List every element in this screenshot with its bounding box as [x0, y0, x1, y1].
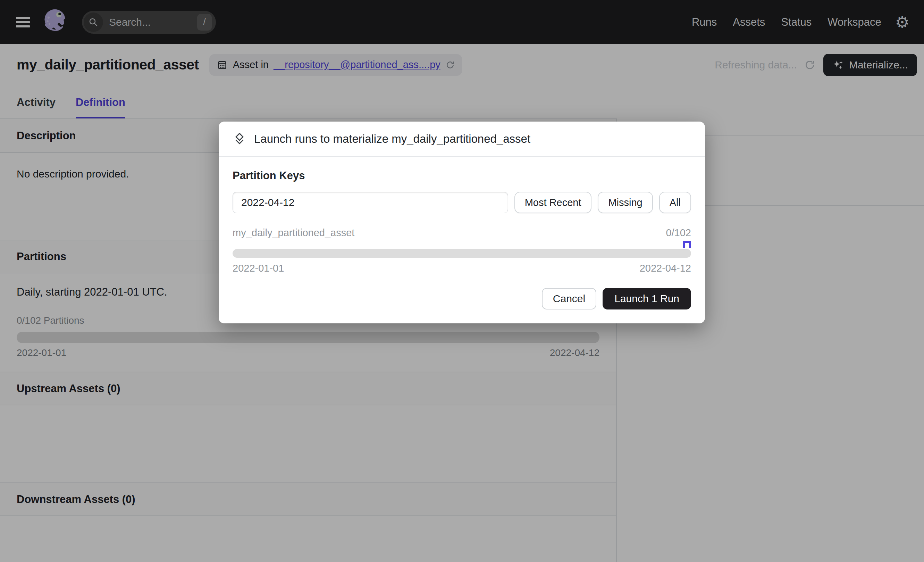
modal-partition-count: 0/102 [666, 227, 691, 239]
modal-footer: Cancel Launch 1 Run [219, 274, 705, 323]
cancel-button[interactable]: Cancel [542, 288, 596, 310]
modal-range-end: 2022-04-12 [640, 263, 691, 274]
materialize-layers-icon [232, 132, 246, 146]
most-recent-button[interactable]: Most Recent [514, 192, 592, 213]
all-button[interactable]: All [659, 192, 691, 213]
modal-asset-name: my_daily_partitioned_asset [232, 227, 354, 239]
modal-range-start: 2022-01-01 [232, 263, 284, 274]
modal-title: Launch runs to materialize my_daily_part… [254, 132, 530, 146]
selected-partition-marker [683, 241, 691, 248]
launch-run-button[interactable]: Launch 1 Run [603, 288, 691, 310]
modal-header: Launch runs to materialize my_daily_part… [219, 122, 705, 157]
modal-partition-bar[interactable] [232, 249, 691, 258]
missing-button[interactable]: Missing [598, 192, 652, 213]
app-screen: Search... / Runs Assets Status Workspace… [0, 0, 924, 562]
modal-body: Partition Keys Most Recent Missing All m… [219, 157, 705, 274]
launch-runs-modal: Launch runs to materialize my_daily_part… [219, 122, 705, 323]
partition-key-input[interactable] [232, 192, 508, 213]
partition-keys-label: Partition Keys [232, 170, 691, 182]
